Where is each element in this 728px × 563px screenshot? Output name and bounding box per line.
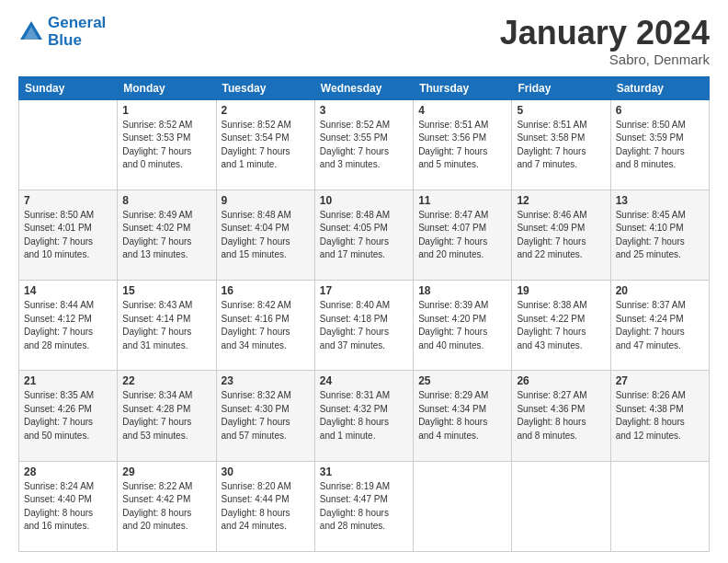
- day-number: 22: [122, 374, 210, 387]
- calendar-cell: [610, 461, 709, 551]
- day-number: 4: [418, 104, 506, 117]
- calendar-cell: 22Sunrise: 8:34 AM Sunset: 4:28 PM Dayli…: [118, 371, 216, 461]
- day-number: 30: [222, 465, 310, 478]
- header-thursday: Thursday: [414, 76, 512, 99]
- day-number: 19: [517, 284, 605, 297]
- calendar-cell: 2Sunrise: 8:52 AM Sunset: 3:54 PM Daylig…: [216, 99, 314, 190]
- header-monday: Monday: [118, 76, 216, 99]
- calendar-cell: 14Sunrise: 8:44 AM Sunset: 4:12 PM Dayli…: [19, 281, 118, 371]
- day-info: Sunrise: 8:47 AM Sunset: 4:07 PM Dayligh…: [418, 209, 506, 262]
- day-number: 27: [616, 374, 704, 387]
- day-number: 9: [222, 194, 310, 207]
- location: Sabro, Denmark: [500, 52, 710, 67]
- header-friday: Friday: [512, 76, 610, 99]
- day-number: 23: [222, 374, 310, 387]
- calendar-cell: 9Sunrise: 8:48 AM Sunset: 4:04 PM Daylig…: [216, 190, 314, 280]
- day-info: Sunrise: 8:29 AM Sunset: 4:34 PM Dayligh…: [418, 389, 506, 442]
- day-info: Sunrise: 8:22 AM Sunset: 4:42 PM Dayligh…: [122, 480, 210, 534]
- calendar-week-3: 14Sunrise: 8:44 AM Sunset: 4:12 PM Dayli…: [19, 281, 710, 371]
- day-info: Sunrise: 8:48 AM Sunset: 4:04 PM Dayligh…: [222, 209, 310, 262]
- month-title: January 2024: [500, 15, 710, 52]
- calendar-cell: 15Sunrise: 8:43 AM Sunset: 4:14 PM Dayli…: [118, 281, 216, 371]
- header-tuesday: Tuesday: [216, 76, 314, 99]
- calendar-cell: 7Sunrise: 8:50 AM Sunset: 4:01 PM Daylig…: [19, 190, 118, 280]
- day-info: Sunrise: 8:46 AM Sunset: 4:09 PM Dayligh…: [517, 209, 605, 262]
- calendar-cell: [414, 461, 512, 551]
- calendar-cell: 28Sunrise: 8:24 AM Sunset: 4:40 PM Dayli…: [19, 461, 118, 551]
- day-info: Sunrise: 8:37 AM Sunset: 4:24 PM Dayligh…: [616, 299, 704, 352]
- calendar-cell: 26Sunrise: 8:27 AM Sunset: 4:36 PM Dayli…: [512, 371, 610, 461]
- day-number: 24: [320, 374, 408, 387]
- calendar-cell: [512, 461, 610, 551]
- calendar-cell: 16Sunrise: 8:42 AM Sunset: 4:16 PM Dayli…: [216, 281, 314, 371]
- day-info: Sunrise: 8:49 AM Sunset: 4:02 PM Dayligh…: [122, 209, 210, 262]
- day-info: Sunrise: 8:32 AM Sunset: 4:30 PM Dayligh…: [222, 389, 310, 442]
- header: General Blue January 2024 Sabro, Denmark: [18, 15, 710, 67]
- day-number: 20: [616, 284, 704, 297]
- calendar-cell: 18Sunrise: 8:39 AM Sunset: 4:20 PM Dayli…: [414, 281, 512, 371]
- page: General Blue January 2024 Sabro, Denmark…: [0, 0, 728, 563]
- day-info: Sunrise: 8:51 AM Sunset: 3:56 PM Dayligh…: [418, 119, 506, 172]
- calendar-table: Sunday Monday Tuesday Wednesday Thursday…: [18, 76, 710, 552]
- calendar-cell: 3Sunrise: 8:52 AM Sunset: 3:55 PM Daylig…: [314, 99, 413, 190]
- day-info: Sunrise: 8:45 AM Sunset: 4:10 PM Dayligh…: [616, 209, 704, 262]
- day-number: 10: [320, 194, 408, 207]
- day-number: 6: [616, 104, 704, 117]
- day-number: 29: [122, 465, 210, 478]
- day-number: 8: [122, 194, 210, 207]
- day-number: 12: [517, 194, 605, 207]
- day-number: 16: [222, 284, 310, 297]
- calendar-cell: 6Sunrise: 8:50 AM Sunset: 3:59 PM Daylig…: [610, 99, 709, 190]
- day-info: Sunrise: 8:39 AM Sunset: 4:20 PM Dayligh…: [418, 299, 506, 352]
- day-number: 15: [122, 284, 210, 297]
- calendar-week-1: 1Sunrise: 8:52 AM Sunset: 3:53 PM Daylig…: [19, 99, 710, 190]
- day-info: Sunrise: 8:52 AM Sunset: 3:55 PM Dayligh…: [320, 119, 408, 172]
- calendar-cell: 21Sunrise: 8:35 AM Sunset: 4:26 PM Dayli…: [19, 371, 118, 461]
- day-info: Sunrise: 8:20 AM Sunset: 4:44 PM Dayligh…: [222, 480, 310, 534]
- calendar-cell: 29Sunrise: 8:22 AM Sunset: 4:42 PM Dayli…: [118, 461, 216, 551]
- day-number: 31: [320, 465, 408, 478]
- calendar-cell: 4Sunrise: 8:51 AM Sunset: 3:56 PM Daylig…: [414, 99, 512, 190]
- day-info: Sunrise: 8:24 AM Sunset: 4:40 PM Dayligh…: [24, 480, 112, 534]
- calendar-cell: 13Sunrise: 8:45 AM Sunset: 4:10 PM Dayli…: [610, 190, 709, 280]
- calendar-cell: 19Sunrise: 8:38 AM Sunset: 4:22 PM Dayli…: [512, 281, 610, 371]
- day-info: Sunrise: 8:26 AM Sunset: 4:38 PM Dayligh…: [616, 389, 704, 442]
- day-number: 17: [320, 284, 408, 297]
- day-info: Sunrise: 8:52 AM Sunset: 3:53 PM Dayligh…: [122, 119, 210, 172]
- day-info: Sunrise: 8:38 AM Sunset: 4:22 PM Dayligh…: [517, 299, 605, 352]
- calendar-cell: 31Sunrise: 8:19 AM Sunset: 4:47 PM Dayli…: [314, 461, 413, 551]
- day-number: 21: [24, 374, 112, 387]
- calendar-week-2: 7Sunrise: 8:50 AM Sunset: 4:01 PM Daylig…: [19, 190, 710, 280]
- day-number: 7: [24, 194, 112, 207]
- calendar-week-4: 21Sunrise: 8:35 AM Sunset: 4:26 PM Dayli…: [19, 371, 710, 461]
- logo-icon: [18, 19, 44, 45]
- calendar-cell: [19, 99, 118, 190]
- calendar-cell: 11Sunrise: 8:47 AM Sunset: 4:07 PM Dayli…: [414, 190, 512, 280]
- header-sunday: Sunday: [19, 76, 118, 99]
- day-info: Sunrise: 8:48 AM Sunset: 4:05 PM Dayligh…: [320, 209, 408, 262]
- calendar-cell: 1Sunrise: 8:52 AM Sunset: 3:53 PM Daylig…: [118, 99, 216, 190]
- day-info: Sunrise: 8:42 AM Sunset: 4:16 PM Dayligh…: [222, 299, 310, 352]
- day-info: Sunrise: 8:44 AM Sunset: 4:12 PM Dayligh…: [24, 299, 112, 352]
- day-number: 26: [517, 374, 605, 387]
- calendar-cell: 27Sunrise: 8:26 AM Sunset: 4:38 PM Dayli…: [610, 371, 709, 461]
- day-info: Sunrise: 8:52 AM Sunset: 3:54 PM Dayligh…: [222, 119, 310, 172]
- day-number: 18: [418, 284, 506, 297]
- day-info: Sunrise: 8:50 AM Sunset: 3:59 PM Dayligh…: [616, 119, 704, 172]
- day-info: Sunrise: 8:43 AM Sunset: 4:14 PM Dayligh…: [122, 299, 210, 352]
- weekday-header-row: Sunday Monday Tuesday Wednesday Thursday…: [19, 76, 710, 99]
- day-number: 2: [222, 104, 310, 117]
- header-saturday: Saturday: [610, 76, 709, 99]
- day-number: 13: [616, 194, 704, 207]
- day-info: Sunrise: 8:40 AM Sunset: 4:18 PM Dayligh…: [320, 299, 408, 352]
- day-number: 25: [418, 374, 506, 387]
- day-number: 14: [24, 284, 112, 297]
- day-info: Sunrise: 8:19 AM Sunset: 4:47 PM Dayligh…: [320, 480, 408, 534]
- day-info: Sunrise: 8:27 AM Sunset: 4:36 PM Dayligh…: [517, 389, 605, 442]
- day-info: Sunrise: 8:50 AM Sunset: 4:01 PM Dayligh…: [24, 209, 112, 262]
- logo: General Blue: [18, 15, 106, 49]
- day-number: 28: [24, 465, 112, 478]
- day-info: Sunrise: 8:31 AM Sunset: 4:32 PM Dayligh…: [320, 389, 408, 442]
- day-info: Sunrise: 8:35 AM Sunset: 4:26 PM Dayligh…: [24, 389, 112, 442]
- calendar-cell: 25Sunrise: 8:29 AM Sunset: 4:34 PM Dayli…: [414, 371, 512, 461]
